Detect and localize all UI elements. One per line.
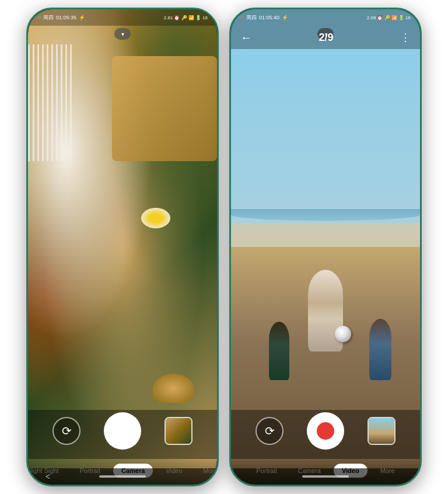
battery-num-left: 16 — [202, 15, 208, 20]
status-right-right: 2.09 ⏰ 🔑 📶 🔋 16 — [367, 15, 411, 20]
food-noodles — [28, 44, 75, 161]
phone-screen-left: 周四 01:05:35 ⚡ 2.81 ⏰ 🔑 📶 🔋 16 — [28, 9, 217, 485]
flip-camera-button-right[interactable]: ⟳ — [256, 417, 284, 445]
phone-screen-right: 周四 01:05:40 ⚡ 2.09 ⏰ 🔑 📶 🔋 16 ← 2/9 ⋮ — [231, 9, 420, 485]
status-day-right: 周四 — [246, 14, 257, 22]
status-bar-left: 周四 01:05:35 ⚡ 2.81 ⏰ 🔑 📶 🔋 16 — [28, 9, 217, 26]
phone-frame-left: 周四 01:05:35 ⚡ 2.81 ⏰ 🔑 📶 🔋 16 — [26, 8, 219, 486]
flip-camera-icon: ⟳ — [62, 424, 72, 438]
chevron-down-icon[interactable]: ▾ — [114, 28, 131, 40]
status-icons-right: ⏰ 🔑 📶 🔋 — [377, 15, 404, 20]
record-button-right[interactable] — [307, 412, 344, 450]
left-phone: 周四 01:05:35 ⚡ 2.81 ⏰ 🔑 📶 🔋 16 — [26, 8, 219, 486]
volume-down-button-right[interactable] — [229, 132, 230, 153]
sea-wave — [231, 209, 420, 221]
status-icon-lightning-right: ⚡ — [282, 15, 288, 20]
person-left — [269, 322, 289, 380]
flip-camera-icon-right: ⟳ — [265, 424, 275, 438]
status-bar-right: 周四 01:05:40 ⚡ 2.09 ⏰ 🔑 📶 🔋 16 — [231, 9, 420, 26]
power-button-right[interactable] — [421, 117, 422, 152]
gallery-thumb-food-image — [166, 418, 191, 444]
status-time-right: 01:05:40 — [259, 15, 279, 20]
gallery-thumbnail-left[interactable] — [164, 417, 192, 445]
photo-counter: 2/9 — [318, 32, 333, 44]
nav-bar-left: < — [28, 468, 217, 485]
food-cutting-board — [112, 56, 217, 161]
volume-up-button[interactable] — [26, 103, 27, 124]
status-dot — [37, 16, 41, 19]
back-arrow-icon[interactable]: ← — [240, 31, 252, 44]
volume-up-button-right[interactable] — [229, 103, 230, 124]
nav-back-icon[interactable]: < — [46, 472, 50, 481]
soccer-ball — [335, 326, 351, 342]
camera-controls-left: ⟳ Night Sight Portrait Camera Video More — [28, 410, 217, 485]
right-phone: 周四 01:05:40 ⚡ 2.09 ⏰ 🔑 📶 🔋 16 ← 2/9 ⋮ — [229, 8, 422, 486]
flip-camera-button[interactable]: ⟳ — [52, 417, 80, 445]
power-button[interactable] — [218, 117, 219, 152]
volume-down-button[interactable] — [26, 132, 27, 153]
top-bar-right: ← 2/9 ⋮ — [231, 26, 420, 49]
nav-indicator-left — [99, 475, 146, 478]
food-egg — [141, 208, 170, 228]
person-right — [369, 319, 391, 380]
shutter-row-right: ⟳ — [231, 410, 420, 459]
status-icon-lightning: ⚡ — [79, 15, 85, 20]
food-bowl — [153, 374, 194, 403]
status-left: 周四 01:05:35 ⚡ — [37, 14, 85, 22]
status-icons-left: ⏰ 🔑 📶 🔋 — [174, 15, 201, 20]
gallery-thumb-beach-image — [369, 418, 394, 444]
network-speed-right: 2.09 — [367, 15, 376, 20]
status-left-right: 周四 01:05:40 ⚡ — [240, 14, 288, 22]
more-dots-icon[interactable]: ⋮ — [400, 31, 411, 44]
network-speed-left: 2.81 — [164, 15, 173, 20]
camera-controls-right: ⟳ Portrait Camera Video More — [231, 410, 420, 485]
gallery-thumbnail-right[interactable] — [368, 417, 396, 445]
nav-indicator-right — [302, 475, 349, 478]
nav-bar-right — [231, 468, 420, 485]
status-right-left: 2.81 ⏰ 🔑 📶 🔋 16 — [164, 15, 208, 20]
shutter-row-left: ⟳ — [28, 410, 217, 459]
shutter-button-left[interactable] — [104, 412, 141, 450]
status-day-left: 周四 — [43, 14, 54, 22]
battery-num-right: 16 — [405, 15, 411, 20]
status-dot-right — [240, 16, 244, 19]
record-dot — [317, 422, 334, 440]
status-time-left: 01:05:35 — [56, 15, 76, 20]
phone-frame-right: 周四 01:05:40 ⚡ 2.09 ⏰ 🔑 📶 🔋 16 ← 2/9 ⋮ — [229, 8, 422, 486]
